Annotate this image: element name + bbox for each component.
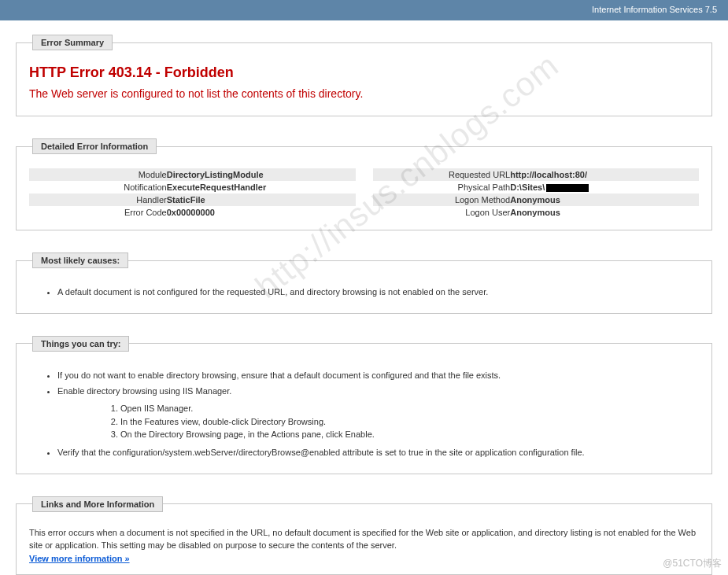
detail-value: StaticFile — [167, 195, 353, 205]
detail-value: Anonymous — [510, 208, 696, 217]
detail-row: Handler StaticFile — [29, 194, 356, 206]
detail-row: Physical Path D:\Sites\ — [373, 181, 700, 194]
legend-detailed-error: Detailed Error Information — [32, 138, 157, 154]
legend-causes: Most likely causes: — [32, 252, 128, 268]
detail-label: Module — [32, 170, 167, 179]
redacted-block — [546, 184, 589, 192]
panel-error-summary: Error Summary HTTP Error 403.14 - Forbid… — [16, 35, 712, 116]
detail-label: Error Code — [32, 208, 167, 217]
detail-row: Logon User Anonymous — [373, 206, 700, 219]
top-banner: Internet Information Services 7.5 — [0, 0, 728, 20]
detail-value: Anonymous — [510, 195, 696, 205]
page-body: Error Summary HTTP Error 403.14 - Forbid… — [0, 20, 728, 575]
causes-list: A default document is not configured for… — [57, 286, 699, 299]
panel-things: Things you can try: If you do not want t… — [16, 336, 712, 474]
things-list: If you do not want to enable directory b… — [57, 369, 699, 459]
detail-row: Notification ExecuteRequestHandler — [29, 181, 356, 194]
detail-label: Requested URL — [376, 170, 511, 179]
error-heading: HTTP Error 403.14 - Forbidden — [29, 65, 699, 81]
detail-label: Physical Path — [376, 182, 511, 192]
list-item-text: Enable directory browsing using IIS Mana… — [57, 386, 231, 396]
detail-value: 0x00000000 — [167, 208, 353, 217]
panel-causes: Most likely causes: A default document i… — [16, 252, 712, 314]
legend-links: Links and More Information — [32, 496, 163, 512]
detail-row: Requested URL http://localhost:80/ — [373, 168, 700, 181]
detail-label: Logon Method — [376, 195, 511, 205]
detail-value: DirectoryListingModule — [167, 170, 353, 179]
detail-col-left: Module DirectoryListingModule Notificati… — [29, 168, 356, 219]
list-item: Open IIS Manager. — [120, 403, 699, 415]
detail-col-right: Requested URL http://localhost:80/ Physi… — [373, 168, 700, 219]
error-subheading: The Web server is configured to not list… — [29, 87, 699, 100]
detail-value: D:\Sites\ — [510, 182, 696, 192]
detail-label: Notification — [32, 182, 167, 192]
detail-row: Error Code 0x00000000 — [29, 206, 356, 219]
list-item: If you do not want to enable directory b… — [57, 369, 699, 382]
panel-links: Links and More Information This error oc… — [16, 496, 712, 575]
legend-things: Things you can try: — [32, 336, 129, 352]
panel-detailed-error: Detailed Error Information Module Direct… — [16, 138, 712, 230]
detail-value: http://localhost:80/ — [510, 170, 696, 179]
list-item: Verify that the configuration/system.web… — [57, 446, 699, 459]
detail-value: ExecuteRequestHandler — [167, 182, 353, 192]
list-item: On the Directory Browsing page, in the A… — [120, 429, 699, 441]
steps-list: Open IIS Manager. In the Features view, … — [120, 403, 699, 442]
legend-error-summary: Error Summary — [32, 35, 113, 50]
list-item: In the Features view, double-click Direc… — [120, 416, 699, 429]
top-banner-title: Internet Information Services 7.5 — [592, 5, 717, 14]
list-item: A default document is not configured for… — [57, 286, 699, 299]
detail-row: Module DirectoryListingModule — [29, 168, 356, 181]
detail-label: Logon User — [376, 208, 511, 217]
view-more-link[interactable]: View more information » — [29, 554, 130, 563]
links-text: This error occurs when a document is not… — [29, 526, 699, 552]
detail-row: Logon Method Anonymous — [373, 194, 700, 206]
detail-label: Handler — [32, 195, 167, 205]
list-item: Enable directory browsing using IIS Mana… — [57, 385, 699, 441]
